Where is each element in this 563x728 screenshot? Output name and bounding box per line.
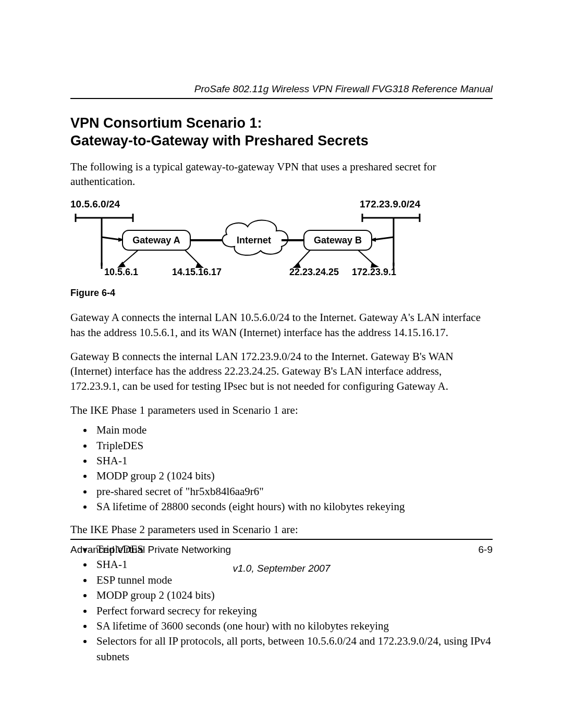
lan-a-ip: 10.5.6.1 <box>104 267 138 277</box>
list-item: MODP group 2 (1024 bits) <box>93 588 493 603</box>
gateway-b-paragraph: Gateway B connects the internal LAN 172.… <box>70 349 493 393</box>
phase1-intro: The IKE Phase 1 parameters used in Scena… <box>70 403 493 417</box>
phase1-list: Main mode TripleDES SHA-1 MODP group 2 (… <box>70 423 493 514</box>
page-footer: Advanced Virtual Private Networking 6-9 … <box>70 539 493 574</box>
lan-b-ip: 172.23.9.1 <box>352 267 396 277</box>
page-number: 6-9 <box>479 544 493 556</box>
phase2-intro: The IKE Phase 2 parameters used in Scena… <box>70 522 493 537</box>
network-diagram: 10.5.6.0/24 172.23.9.0/24 Gateway A <box>70 198 493 283</box>
list-item: SA lifetime of 3600 seconds (one hour) w… <box>93 619 493 634</box>
list-item: Main mode <box>93 423 493 438</box>
list-item: TripleDES <box>93 438 493 453</box>
net-b-label: 172.23.9.0/24 <box>360 199 421 209</box>
wan-a-ip: 14.15.16.17 <box>172 267 222 277</box>
footer-version: v1.0, September 2007 <box>70 563 493 574</box>
list-item: SHA-1 <box>93 453 493 468</box>
net-a-label: 10.5.6.0/24 <box>70 199 120 209</box>
list-item: pre-shared secret of "hr5xb84l6aa9r6" <box>93 484 493 499</box>
list-item: SA lifetime of 28800 seconds (eight hour… <box>93 499 493 514</box>
list-item: Perfect forward secrecy for rekeying <box>93 603 493 619</box>
internet-text: Internet <box>237 235 271 245</box>
svg-line-10 <box>374 237 394 240</box>
document-page: ProSafe 802.11g Wireless VPN Firewall FV… <box>0 0 563 728</box>
list-item: MODP group 2 (1024 bits) <box>93 468 493 484</box>
gateway-b-text: Gateway B <box>314 235 362 245</box>
list-item: ESP tunnel mode <box>93 573 493 588</box>
intro-paragraph: The following is a typical gateway-to-ga… <box>70 159 493 189</box>
gateway-a-text: Gateway A <box>132 235 180 245</box>
svg-line-4 <box>102 237 120 240</box>
section-title: VPN Consortium Scenario 1: Gateway-to-Ga… <box>70 115 493 150</box>
wan-b-ip: 22.23.24.25 <box>289 267 339 277</box>
gateway-a-paragraph: Gateway A connects the internal LAN 10.5… <box>70 310 493 340</box>
figure-caption: Figure 6-4 <box>70 288 493 299</box>
running-header: ProSafe 802.11g Wireless VPN Firewall FV… <box>70 83 493 99</box>
list-item: Selectors for all IP protocols, all port… <box>93 634 493 664</box>
section-title-line2: Gateway-to-Gateway with Preshared Secret… <box>70 133 369 149</box>
section-title-line1: VPN Consortium Scenario 1: <box>70 115 262 131</box>
footer-left: Advanced Virtual Private Networking <box>70 544 231 556</box>
